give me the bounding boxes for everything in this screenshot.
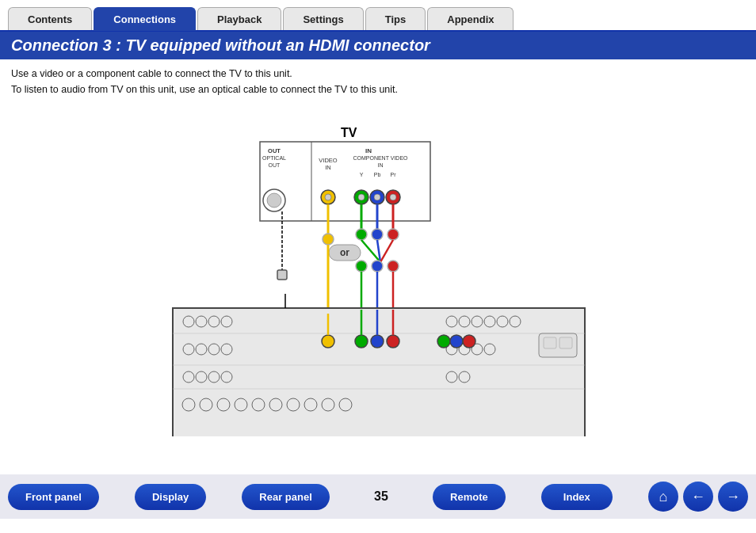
svg-rect-48	[277, 270, 287, 280]
tab-playback[interactable]: Playback	[197, 7, 281, 31]
svg-rect-51	[173, 308, 585, 436]
page-title: Connection 3 : TV equipped without an HD…	[0, 30, 756, 59]
tab-contents[interactable]: Contents	[8, 7, 92, 31]
svg-text:Pr: Pr	[391, 172, 397, 177]
description-text: Use a video or a component cable to conn…	[0, 59, 756, 101]
svg-text:IN: IN	[378, 162, 384, 168]
index-button[interactable]: Index	[541, 484, 613, 510]
svg-point-27	[323, 234, 334, 245]
description-line1: Use a video or a component cable to conn…	[11, 66, 745, 82]
forward-button[interactable]: →	[718, 482, 748, 512]
top-navigation: Contents Connections Playback Settings T…	[0, 0, 756, 30]
svg-point-96	[463, 335, 475, 348]
svg-text:OUT: OUT	[269, 162, 281, 168]
svg-point-94	[437, 335, 450, 348]
svg-point-12	[325, 194, 331, 200]
svg-point-80	[387, 335, 399, 348]
home-button[interactable]: ⌂	[648, 482, 678, 512]
svg-text:OPTICAL: OPTICAL	[262, 155, 286, 161]
svg-point-38	[356, 261, 367, 272]
svg-text:COMPONENT VIDEO: COMPONENT VIDEO	[353, 155, 408, 161]
tab-settings[interactable]: Settings	[283, 7, 363, 31]
front-panel-button[interactable]: Front panel	[8, 484, 99, 510]
diagram-area: TV OUT OPTICAL OUT IN VIDEO IN COMPONENT…	[0, 104, 756, 436]
remote-button[interactable]: Remote	[433, 484, 506, 510]
tab-tips[interactable]: Tips	[365, 7, 426, 31]
svg-point-39	[372, 261, 383, 272]
svg-point-33	[372, 229, 383, 240]
svg-point-95	[450, 335, 463, 348]
description-line2: To listen to audio from TV on this unit,…	[11, 82, 745, 97]
svg-rect-109	[559, 337, 572, 348]
svg-text:OUT: OUT	[268, 147, 281, 154]
svg-text:Pb: Pb	[374, 172, 381, 177]
back-button[interactable]: ←	[683, 482, 713, 512]
bottom-navigation: Front panel Display Rear panel 35 Remote…	[0, 474, 756, 519]
svg-rect-1	[260, 142, 430, 221]
svg-text:TV: TV	[341, 126, 357, 139]
tab-appendix[interactable]: Appendix	[427, 7, 514, 31]
svg-point-19	[358, 194, 365, 200]
svg-line-37	[380, 240, 393, 262]
page-number: 35	[365, 489, 397, 504]
svg-text:VIDEO: VIDEO	[319, 157, 338, 164]
content-wrapper: Connection 3 : TV equipped without an HD…	[0, 30, 756, 519]
svg-point-79	[371, 335, 384, 348]
svg-point-40	[388, 261, 399, 272]
tab-connections[interactable]: Connections	[94, 7, 196, 31]
svg-rect-108	[544, 337, 556, 348]
svg-rect-7	[267, 193, 281, 207]
svg-text:IN: IN	[365, 147, 372, 154]
bottom-icon-buttons: ⌂ ← →	[648, 482, 748, 512]
connection-diagram: TV OUT OPTICAL OUT IN VIDEO IN COMPONENT…	[0, 104, 756, 436]
display-button[interactable]: Display	[135, 484, 206, 510]
svg-point-81	[322, 335, 334, 348]
svg-point-32	[356, 229, 367, 240]
svg-point-78	[355, 335, 368, 348]
rear-panel-button[interactable]: Rear panel	[242, 484, 329, 510]
svg-text:or: or	[340, 247, 349, 258]
svg-text:IN: IN	[325, 164, 331, 171]
svg-text:Y: Y	[360, 172, 364, 177]
svg-point-34	[388, 229, 399, 240]
svg-point-21	[374, 194, 380, 200]
svg-point-23	[390, 194, 396, 200]
